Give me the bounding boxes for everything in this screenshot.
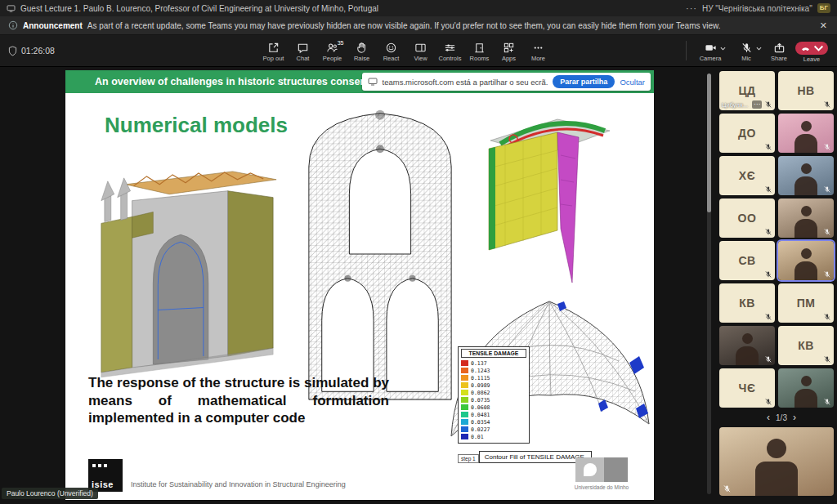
legend-entry: 0.0989 (461, 381, 526, 389)
chat-button[interactable]: Chat (289, 39, 317, 62)
view-icon (414, 42, 427, 54)
legend-entry: 0.0481 (461, 411, 526, 418)
person-silhouette (801, 163, 812, 174)
announcement-text: As part of a recent update, some Teams y… (87, 21, 721, 30)
scrollbar-thumb[interactable] (707, 74, 711, 212)
profile-avatar[interactable]: БГ (817, 3, 830, 13)
participant-tile[interactable] (778, 198, 834, 238)
presenter-name-badge: Paulo Lourenco (Unverified) (2, 488, 98, 499)
meeting-timer: 01:26:08 (8, 46, 131, 56)
meeting-toolbar: 01:26:08 Pop out Chat 35 People Raise (0, 35, 837, 67)
chevron-down-icon[interactable] (756, 47, 762, 51)
more-button[interactable]: More (525, 39, 553, 62)
legend-color-swatch (461, 368, 468, 373)
participant-tile[interactable] (778, 156, 834, 195)
person-silhouette (801, 206, 812, 216)
raise-hand-button[interactable]: Raise (348, 39, 376, 62)
legend-entry: 0.0862 (461, 389, 526, 396)
react-icon (385, 42, 397, 54)
participants-pager: ‹ 1/3 › (719, 409, 837, 426)
org-name: НУ "Чернігівська політехніка" (702, 4, 812, 13)
rooms-button[interactable]: Rooms (466, 39, 494, 62)
meeting-stage-area: An overview of challenges in historic st… (0, 67, 837, 504)
mic-muted-icon (741, 42, 753, 54)
participant-tile[interactable] (778, 241, 834, 280)
person-silhouette (801, 121, 812, 132)
view-button[interactable]: View (407, 39, 435, 62)
participant-initials: СВ (738, 254, 755, 267)
participant-tile[interactable]: СВ (719, 241, 775, 280)
legend-value: 0.1243 (471, 368, 490, 374)
participant-tile[interactable]: ХЄ (719, 156, 775, 195)
participant-tile[interactable]: КВ (719, 283, 775, 323)
participant-initials: КВ (739, 297, 755, 310)
chat-icon (297, 42, 309, 54)
colored-fem-block-figure (476, 98, 620, 288)
participant-tile[interactable] (719, 326, 775, 365)
participant-grid: ЦДЦибуля...⋯НВДОХЄООСВКВПМКВЧЄ (719, 71, 837, 408)
legend-color-swatch (461, 382, 468, 388)
participant-tile[interactable]: ЦДЦибуля...⋯ (719, 71, 775, 110)
legend-color-swatch (461, 434, 468, 439)
mic-muted-icon (823, 185, 831, 194)
participant-initials: ПМ (797, 297, 816, 310)
legend-value: 0.0735 (471, 397, 490, 404)
legend-entry: 0.1115 (461, 374, 526, 381)
titlebar-more-button[interactable]: ··· (686, 3, 697, 13)
chevron-down-icon[interactable] (720, 47, 726, 51)
legend-color-swatch (461, 390, 468, 395)
participant-video (719, 427, 834, 496)
raise-hand-icon (356, 42, 368, 54)
stage-scrollbar[interactable] (707, 74, 711, 494)
share-button[interactable]: Share (765, 39, 793, 62)
participant-name: Цибуля... (722, 101, 748, 109)
stop-sharing-button[interactable]: Parar partilha (553, 75, 615, 88)
more-icon[interactable]: ⋯ (752, 100, 762, 109)
apps-button[interactable]: Apps (495, 39, 523, 62)
leave-pill[interactable] (795, 42, 828, 55)
people-button[interactable]: 35 People (319, 39, 347, 62)
person-silhouette (801, 248, 812, 259)
participant-tile[interactable]: ДО (719, 114, 775, 153)
participant-tile[interactable]: ПМ (778, 283, 834, 323)
chevron-down-icon[interactable] (813, 44, 824, 52)
vault-damage-figure: TENSILE DAMAGE 0.1370.12430.11150.09890.… (435, 265, 654, 471)
camera-button[interactable]: Camera (693, 39, 727, 62)
participant-initials: ЧЄ (739, 381, 756, 395)
mic-button[interactable]: Mic (729, 39, 763, 62)
participant-tile[interactable] (778, 368, 834, 408)
slide-footer: isise Institute for Sustainability and I… (88, 459, 346, 492)
participant-tile[interactable]: ЧЄ (719, 368, 775, 408)
legend-color-swatch (461, 375, 468, 381)
share-banner-text: teams.microsoft.com está a partilhar o s… (383, 78, 548, 87)
controls-button[interactable]: Controls (436, 39, 464, 62)
hide-banner-link[interactable]: Ocultar (620, 78, 645, 87)
mic-muted-icon (764, 185, 772, 194)
share-icon (773, 42, 786, 54)
participants-panel: ЦДЦибуля...⋯НВДОХЄООСВКВПМКВЧЄ ‹ 1/3 › (713, 67, 837, 504)
participant-tile[interactable]: КВ (778, 326, 834, 365)
participant-tile[interactable]: ОО (719, 198, 775, 238)
shared-screen-stage: An overview of challenges in historic st… (0, 67, 713, 504)
pager-prev-icon[interactable]: ‹ (767, 412, 770, 423)
church-3d-model-figure (90, 144, 284, 379)
teams-meeting-window: Guest Lecture 1. Paulo B. Lourenco, Prof… (0, 0, 837, 504)
title-bar: Guest Lecture 1. Paulo B. Lourenco, Prof… (0, 0, 837, 16)
announcement-label: Announcement (23, 21, 83, 30)
legend-entry: 0.1243 (461, 367, 526, 374)
participant-video-large[interactable] (719, 427, 834, 496)
legend-color-swatch (461, 360, 468, 366)
meeting-title: Guest Lecture 1. Paulo B. Lourenco, Prof… (20, 4, 378, 13)
legend-color-swatch (461, 426, 468, 432)
legend-title: TENSILE DAMAGE (461, 349, 526, 358)
participant-tile[interactable] (778, 114, 834, 153)
timer-value: 01:26:08 (21, 46, 55, 56)
mic-muted-icon (764, 143, 772, 151)
close-icon[interactable]: ✕ (818, 20, 829, 31)
leave-button[interactable]: Leave (794, 39, 829, 63)
pop-out-button[interactable]: Pop out (260, 39, 288, 62)
participant-tile[interactable]: НВ (778, 71, 834, 110)
react-button[interactable]: React (378, 39, 405, 62)
pager-next-icon[interactable]: › (793, 412, 796, 423)
mic-muted-icon (764, 270, 772, 279)
